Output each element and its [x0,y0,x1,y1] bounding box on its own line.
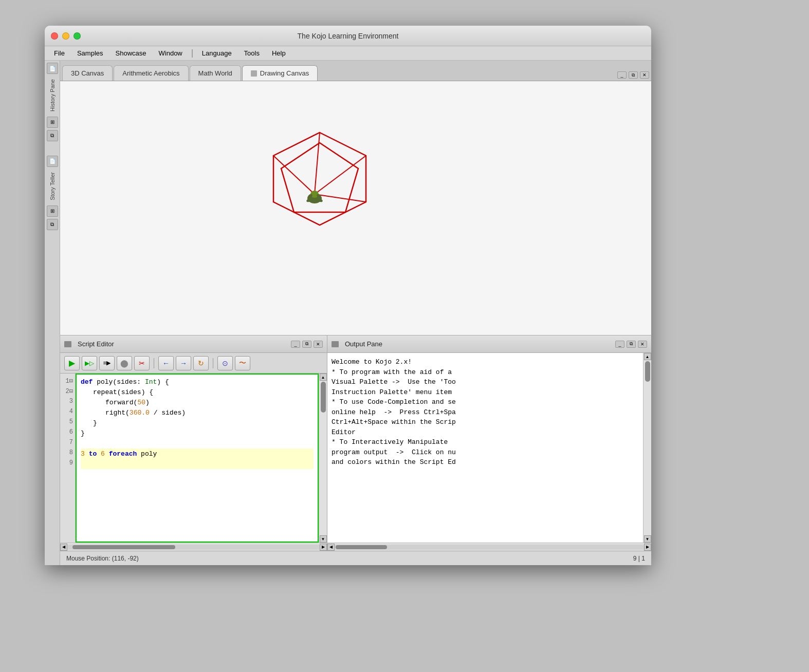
line-num-7: 7 [60,437,75,447]
menu-window[interactable]: Window [154,48,188,58]
code-line-2: repeat(sides) { [81,387,314,397]
code-line-6: } [81,428,314,438]
close-pane-btn[interactable]: ✕ [640,71,649,79]
script-editor-restore-btn[interactable]: ⧉ [302,341,311,348]
menu-samples[interactable]: Samples [72,48,108,58]
output-content: Welcome to Kojo 2.x! * To program with t… [327,353,651,543]
sidebar: 📄 History Pane ⊞ ⧉ 📄 Story Teller ⊞ ⧉ [45,61,60,565]
scroll-thumb[interactable] [321,382,326,413]
tab-drawing-canvas[interactable]: Drawing Canvas [242,65,318,81]
output-h-scroll-right[interactable]: ▶ [644,544,651,551]
scroll-up-arrow[interactable]: ▲ [320,374,327,381]
script-editor-icon [64,341,71,347]
line-num-5: 5 [60,417,75,427]
editor-toolbar: ▶ ▶▷ ≡▶ ⬤ ✂ ← → ↻ ⊙ 〜 [60,353,327,374]
output-restore-btn[interactable]: ⧉ [627,341,636,348]
mouse-position: Mouse Position: (116, -92) [66,555,139,562]
sidebar-pin-btn[interactable]: ⊞ [47,117,58,128]
window-title: The Kojo Learning Environment [298,32,399,40]
sidebar-page-btn[interactable]: 📄 [47,63,58,74]
menu-help[interactable]: Help [267,48,291,58]
svg-line-4 [315,156,366,194]
code-line-9 [81,459,314,469]
code-lines[interactable]: def poly(sides: Int) { repeat(sides) { f… [76,374,319,543]
output-text: Welcome to Kojo 2.x! * To program with t… [327,353,643,543]
run-visible-button[interactable]: ≡▶ [99,356,115,370]
svg-marker-0 [273,133,366,225]
turtle-drawing [255,122,384,266]
right-panel: 3D Canvas Arithmetic Aerobics Math World… [60,61,651,565]
bottom-panes: Script Editor _ ⧉ ✕ ▶ ▶▷ ≡▶ ⬤ ✂ [60,335,651,551]
output-h-scroll-thumb[interactable] [336,545,387,549]
cut-button[interactable]: ✂ [134,356,150,370]
line-num-6: 6 [60,427,75,437]
output-pane: Output Pane _ ⧉ ✕ Welcome to Kojo 2.x! *… [327,335,651,551]
output-scroll-track[interactable] [645,361,651,534]
h-scroll-track[interactable] [67,545,320,550]
loop-button[interactable]: ↻ [193,356,209,370]
tab-arithmetic-aerobics-label: Arithmetic Aerobics [122,69,179,77]
script-editor-minimize-btn[interactable]: _ [291,341,300,348]
menu-language[interactable]: Language [197,48,237,58]
cursor-position: 9 | 1 [633,555,645,562]
output-scroll-up[interactable]: ▲ [644,353,651,360]
output-scroll-thumb[interactable] [645,361,650,382]
output-minimize-btn[interactable]: _ [615,341,624,348]
run-selection-button[interactable]: ▶▷ [82,356,97,370]
code-line-5: } [81,418,314,428]
output-close-btn[interactable]: ✕ [638,341,647,348]
output-h-scrollbar: ◀ ▶ [327,543,651,551]
tab-math-world-label: Math World [198,69,232,77]
scroll-track[interactable] [320,382,326,534]
history-pane-label: History Pane [48,76,57,115]
code-line-8: 3 to 6 foreach poly [81,449,314,459]
close-button[interactable] [51,32,58,40]
run-button[interactable]: ▶ [64,356,80,370]
line-num-1: 1⊟ [60,376,75,386]
script-editor-title: Script Editor [78,340,114,348]
undo-button[interactable]: ← [158,356,174,370]
h-scroll-right-arrow[interactable]: ▶ [320,544,327,551]
toolbar-sep2 [213,358,213,368]
sidebar-page-btn2[interactable]: 📄 [47,156,58,167]
output-h-scroll-left[interactable]: ◀ [327,544,335,551]
tab-arithmetic-aerobics[interactable]: Arithmetic Aerobics [114,65,188,81]
scroll-down-arrow[interactable]: ▼ [320,535,327,543]
tab-math-world[interactable]: Math World [190,65,241,81]
output-pane-icon [332,341,339,347]
stop-button[interactable]: ⬤ [117,356,132,370]
output-h-scroll-track[interactable] [335,545,644,550]
tab-3d-canvas-label: 3D Canvas [71,69,104,77]
svg-line-3 [315,133,320,194]
main-content: 📄 History Pane ⊞ ⧉ 📄 Story Teller ⊞ ⧉ 3D… [45,61,651,565]
line-num-2: 2⊟ [60,386,75,396]
script-editor-pane: Script Editor _ ⧉ ✕ ▶ ▶▷ ≡▶ ⬤ ✂ [60,335,327,551]
output-pane-title: Output Pane [345,340,382,348]
h-scroll-left-arrow[interactable]: ◀ [60,544,67,551]
editor-scrollbar: ▲ ▼ [319,374,327,543]
output-scroll-down[interactable]: ▼ [644,535,651,543]
menu-file[interactable]: File [49,48,70,58]
restore-pane-btn[interactable]: ⧉ [629,71,638,79]
menu-tools[interactable]: Tools [239,48,265,58]
sidebar-pin-btn2[interactable]: ⊞ [47,206,58,217]
script-editor-header: Script Editor _ ⧉ ✕ [60,335,327,353]
maximize-button[interactable] [73,32,81,40]
format-button[interactable]: 〜 [235,356,250,370]
menubar: File Samples Showcase Window Language To… [45,46,651,61]
redo-button[interactable]: → [176,356,191,370]
line-num-9: 9 [60,458,75,468]
sidebar-copy-btn2[interactable]: ⧉ [47,219,58,230]
help-circle-button[interactable]: ⊙ [217,356,233,370]
h-scroll-thumb[interactable] [72,545,175,549]
code-line-4: right(360.0 / sides) [81,407,314,418]
sidebar-copy-btn[interactable]: ⧉ [47,130,58,141]
script-editor-close-btn[interactable]: ✕ [314,341,323,348]
tab-3d-canvas[interactable]: 3D Canvas [62,65,113,81]
minimize-button[interactable] [62,32,69,40]
output-scrollbar: ▲ ▼ [643,353,651,543]
menu-showcase[interactable]: Showcase [111,48,152,58]
minimize-pane-btn[interactable]: _ [617,71,627,79]
toolbar-sep1 [154,358,154,368]
line-num-4: 4 [60,406,75,417]
